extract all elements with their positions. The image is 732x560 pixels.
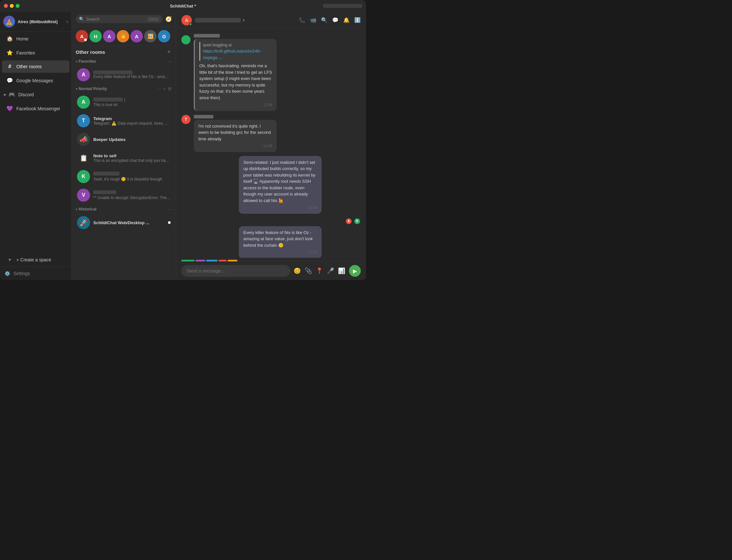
avatar-row: A H A 👋 A 🖼️ G	[72, 27, 176, 46]
plus-icon: +	[7, 257, 13, 263]
location-button[interactable]: 📍	[316, 267, 323, 274]
section-header-favorites[interactable]: ▾ Favorites ···	[72, 57, 176, 65]
room-info: Yeah, it's rough 😊 It is beautiful thoug…	[93, 172, 171, 181]
info-icon[interactable]: ℹ️	[354, 17, 361, 23]
avatar-item[interactable]: 👋	[117, 30, 129, 42]
search-bar[interactable]: 🔍 Search Ctrl K	[76, 15, 163, 23]
avatar-item[interactable]: 🖼️	[144, 30, 157, 42]
notification-icon[interactable]: 🔔	[343, 17, 350, 23]
room-name-blur	[93, 190, 116, 194]
room-avatar: V	[77, 189, 90, 202]
room-name-blur	[93, 70, 132, 74]
sidebar-item-label: Discord	[18, 92, 34, 97]
room-item-beeper[interactable]: 📣 Beeper Updates	[73, 130, 175, 148]
chat-header-actions: 📞 📹 🔍 💬 🔔 ℹ️	[299, 17, 361, 23]
send-button[interactable]: ▶	[349, 265, 361, 277]
message-bubble: I'm not convinced it's quite right, I se…	[194, 120, 277, 152]
avatar-item[interactable]: A	[131, 30, 143, 42]
emoji-button[interactable]: 😊	[294, 267, 301, 274]
add-room-button[interactable]: +	[166, 49, 172, 55]
message-time: 12:05	[198, 143, 272, 149]
sidebar-item-other-rooms[interactable]: # Other rooms	[2, 60, 70, 73]
room-item-noteself[interactable]: 📋 Note to self This is an encrypted chat…	[73, 149, 175, 167]
minimize-dot[interactable]	[10, 4, 14, 8]
room-preview: Telegram: ⚠️ Data export request. Aires,…	[93, 121, 171, 126]
room-item[interactable]: A Every killer feature of Nix is like Oz…	[73, 66, 175, 84]
user-name: Aires (8bitbuddhist)	[18, 19, 64, 24]
quote-link[interactable]: https://trofi.github.io/posts/240-nixpkg…	[203, 49, 261, 60]
room-info: Note to self This is an encrypted chat t…	[93, 153, 171, 163]
reaction-avatar: K	[354, 218, 361, 225]
sender-name-blur	[194, 115, 213, 118]
avatar-item[interactable]: A	[103, 30, 116, 42]
sidebar-item-discord[interactable]: ▶ 🎮 Discord	[2, 88, 70, 101]
avatar-item[interactable]: A	[76, 30, 88, 42]
room-info: ) This is true lol	[93, 97, 171, 107]
collapse-button[interactable]: ‹	[67, 19, 68, 24]
settings-item[interactable]: ⚙️ Settings	[0, 267, 71, 280]
room-preview: Yeah, it's rough 😊 It is beautiful thoug…	[93, 177, 171, 181]
room-list-header: Other rooms +	[72, 46, 176, 57]
sender-name-blur	[194, 34, 220, 38]
voice-button[interactable]: 🎤	[327, 267, 334, 274]
close-dot[interactable]	[4, 4, 8, 8]
section-label: Normal priority	[79, 86, 157, 91]
room-avatar: 📋	[77, 151, 90, 164]
section-header-normal[interactable]: ▾ Normal priority ··· + ⚙	[72, 84, 176, 93]
more-icon[interactable]: ···	[157, 86, 161, 91]
search-header: 🔍 Search Ctrl K 🧭	[72, 12, 176, 27]
attach-button[interactable]: 📎	[305, 267, 312, 274]
create-space-button[interactable]: + + Create a space	[2, 254, 70, 266]
room-info: ** Unable to decrypt: DecryptionError: T…	[93, 190, 171, 200]
left-sidebar: 🧘 Aires (8bitbuddhist) ‹ 🏠 Home ⭐ Favori…	[0, 12, 72, 280]
search-icon[interactable]: 🔍	[321, 17, 328, 23]
message-content: quiet boggling at https://trofi.github.i…	[194, 34, 316, 111]
sidebar-item-facebook-messenger[interactable]: 💜 Facebook Messenger	[2, 102, 70, 115]
message-bubble: quiet boggling at https://trofi.github.i…	[194, 39, 277, 111]
message-row: quiet boggling at https://trofi.github.i…	[181, 34, 361, 111]
room-list-title: Other rooms	[76, 49, 166, 55]
google-messages-icon: 💬	[7, 77, 13, 84]
avatar-item[interactable]: G	[158, 30, 170, 42]
threads-icon[interactable]: 💬	[332, 17, 339, 23]
room-item[interactable]: A ) This is true lol	[73, 93, 175, 111]
room-avatar: K	[77, 170, 90, 183]
room-item-telegram[interactable]: T Telegram Telegram: ⚠️ Data export requ…	[73, 112, 175, 130]
sidebar-item-label: Other rooms	[16, 64, 42, 69]
message-content: I'm not convinced it's quite right, I se…	[194, 115, 316, 152]
explore-button[interactable]: 🧭	[165, 16, 172, 22]
sidebar-item-favorites[interactable]: ⭐ Favorites	[2, 46, 70, 59]
avatar[interactable]: 🧘	[3, 16, 15, 27]
maximize-dot[interactable]	[16, 4, 20, 8]
unread-indicator	[84, 39, 87, 41]
room-avatar: 📣	[77, 133, 90, 146]
message-input[interactable]	[181, 265, 290, 277]
video-call-icon[interactable]: 📹	[310, 17, 317, 23]
message-content: Semi-related: I just realized I didn't s…	[239, 156, 361, 214]
room-avatar: A	[77, 96, 90, 109]
room-info: Telegram Telegram: ⚠️ Data export reques…	[93, 116, 171, 126]
room-item[interactable]: V ** Unable to decrypt: DecryptionError:…	[73, 186, 175, 204]
sidebar-item-google-messages[interactable]: 💬 Google Messages	[2, 74, 70, 87]
section-actions: ···	[168, 207, 172, 212]
avatar-item[interactable]: H	[89, 30, 102, 42]
add-icon[interactable]: +	[163, 86, 166, 91]
composer-actions: 😊 📎 📍 🎤 📊 ▶	[294, 265, 361, 277]
settings-icon[interactable]: ⚙	[168, 86, 172, 91]
gear-icon: ⚙️	[5, 271, 10, 276]
room-preview: This is an encrypted chat that only you …	[93, 158, 171, 163]
room-name: Beeper Updates	[93, 137, 171, 142]
room-avatar: 🚀	[77, 216, 90, 229]
messages-area: quiet boggling at https://trofi.github.i…	[176, 29, 366, 258]
chat-avatar: A	[181, 15, 192, 25]
sidebar-item-label: Favorites	[16, 50, 35, 55]
voice-call-icon[interactable]: 📞	[299, 17, 305, 23]
room-item[interactable]: K Yeah, it's rough 😊 It is beautiful tho…	[73, 167, 175, 186]
chart-button[interactable]: 📊	[338, 267, 345, 274]
message-time: 13:15	[243, 250, 317, 255]
section-header-historical[interactable]: ▾ Historical ···	[72, 205, 176, 213]
online-indicator	[189, 23, 192, 26]
chevron-down-icon[interactable]: ▾	[243, 18, 245, 23]
room-item-schildichat[interactable]: 🚀 SchildiChat Web/Desktop ...	[73, 213, 175, 232]
sidebar-item-home[interactable]: 🏠 Home	[2, 32, 70, 45]
